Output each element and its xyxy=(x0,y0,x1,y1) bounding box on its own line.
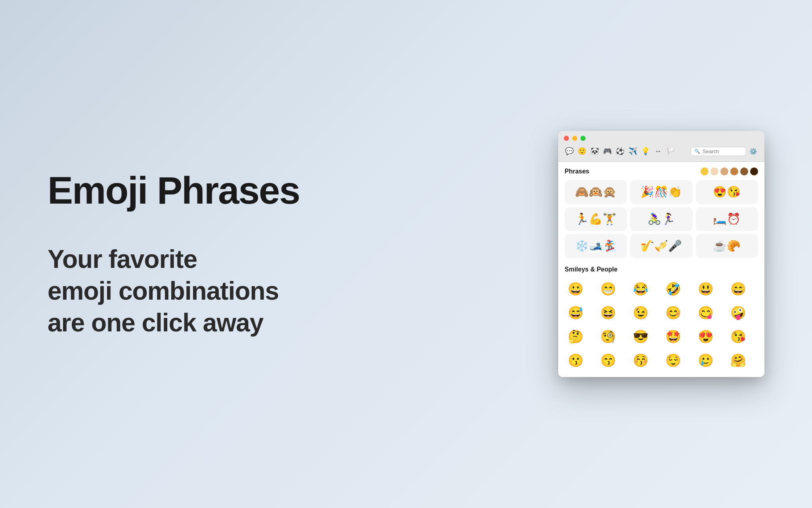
emoji-cell[interactable]: 🤗 xyxy=(727,349,749,371)
main-title: Emoji Phrases xyxy=(48,169,558,212)
smileys-section: Smileys & People 😀 😁 😂 🤣 😃 😄 😅 😆 😉 😊 😋 🤪… xyxy=(565,266,758,371)
emoji-cell[interactable]: 😚 xyxy=(630,349,652,371)
skin-tone-medium-dark[interactable] xyxy=(740,167,748,175)
phrase-item[interactable]: 🏃💪🏋️ xyxy=(565,207,627,231)
emoji-cell[interactable]: 😗 xyxy=(565,349,587,371)
phrase-item[interactable]: ☕🥐 xyxy=(696,234,758,258)
phrase-item[interactable]: 🚴‍♀️🏃‍♀️ xyxy=(630,207,692,231)
phrases-header: Phrases xyxy=(565,167,758,175)
emoji-cell[interactable]: 🥲 xyxy=(695,349,717,371)
skin-tone-light[interactable] xyxy=(710,167,718,175)
emoji-cell[interactable]: 😎 xyxy=(630,325,652,348)
emoji-cell[interactable]: 😃 xyxy=(695,278,717,300)
emoji-cell[interactable]: 🤩 xyxy=(662,325,684,348)
skin-tone-medium-light[interactable] xyxy=(720,167,728,175)
search-box[interactable]: 🔍 xyxy=(691,147,746,156)
minimize-button[interactable] xyxy=(572,136,577,141)
skin-tones xyxy=(701,167,758,175)
emoji-cell[interactable]: 😙 xyxy=(597,349,619,371)
emoji-cell[interactable]: 😋 xyxy=(695,302,717,324)
window-content: Phrases 🙈🙉🙊 🎉🎊👏 😍😘 🏃💪🏋️ 🚴‍♀️🏃‍♀️ 🛏️⏰ xyxy=(558,162,764,377)
toolbar: 💬 🙂 🐼 🎮 ⚽ ✈️ 💡 ↔️ 🏳️ 🔍 ⚙️ xyxy=(564,144,759,158)
emoji-cell[interactable]: 😂 xyxy=(630,278,652,300)
phrases-title: Phrases xyxy=(565,168,589,175)
emoji-cell[interactable]: 🤔 xyxy=(565,325,587,348)
skin-tone-dark[interactable] xyxy=(750,167,758,175)
emoji-cell[interactable]: 😘 xyxy=(727,325,749,348)
emoji-cell[interactable]: 😀 xyxy=(565,278,587,300)
game-icon[interactable]: 🎮 xyxy=(602,146,613,157)
emoji-cell[interactable]: 😉 xyxy=(630,302,652,324)
gear-button[interactable]: ⚙️ xyxy=(748,146,759,157)
subtitle: Your favorite emoji combinations are one… xyxy=(48,243,558,339)
emoji-cell[interactable]: 🧐 xyxy=(597,325,619,348)
close-button[interactable] xyxy=(564,136,569,141)
emoji-cell[interactable]: 😍 xyxy=(695,325,717,348)
emoji-cell[interactable]: 😆 xyxy=(597,302,619,324)
plane-icon[interactable]: ✈️ xyxy=(627,146,638,157)
smileys-title: Smileys & People xyxy=(565,266,758,273)
phrases-grid: 🙈🙉🙊 🎉🎊👏 😍😘 🏃💪🏋️ 🚴‍♀️🏃‍♀️ 🛏️⏰ ❄️🎿🏂 🎷🎺🎤 ☕🥐 xyxy=(565,180,758,258)
phrase-item[interactable]: 🛏️⏰ xyxy=(696,207,758,231)
maximize-button[interactable] xyxy=(580,136,586,141)
search-icon: 🔍 xyxy=(694,148,700,154)
phrase-item[interactable]: 🎉🎊👏 xyxy=(630,180,692,204)
emoji-cell[interactable]: 😄 xyxy=(727,278,749,300)
subtitle-line2: emoji combinations xyxy=(48,277,279,305)
emoji-cell[interactable]: 😌 xyxy=(662,349,684,371)
emoji-cell[interactable]: 😊 xyxy=(662,302,684,324)
phrase-item[interactable]: 🙈🙉🙊 xyxy=(565,180,627,204)
arrows-icon[interactable]: ↔️ xyxy=(653,146,664,157)
bulb-icon[interactable]: 💡 xyxy=(640,146,651,157)
subtitle-line3: are one click away xyxy=(48,308,263,337)
panda-icon[interactable]: 🐼 xyxy=(589,146,600,157)
emoji-cell[interactable]: 😁 xyxy=(597,278,619,300)
skin-tone-medium[interactable] xyxy=(730,167,738,175)
soccer-icon[interactable]: ⚽ xyxy=(615,146,626,157)
emoji-cell[interactable]: 😅 xyxy=(565,302,587,324)
mac-window: 💬 🙂 🐼 🎮 ⚽ ✈️ 💡 ↔️ 🏳️ 🔍 ⚙️ P xyxy=(558,131,764,377)
flag-icon[interactable]: 🏳️ xyxy=(665,146,676,157)
window-titlebar: 💬 🙂 🐼 🎮 ⚽ ✈️ 💡 ↔️ 🏳️ 🔍 ⚙️ xyxy=(558,131,764,162)
phrase-item[interactable]: 😍😘 xyxy=(696,180,758,204)
phrase-item[interactable]: ❄️🎿🏂 xyxy=(565,234,627,258)
left-section: Emoji Phrases Your favorite emoji combin… xyxy=(0,169,558,339)
emoji-cell[interactable]: 🤣 xyxy=(662,278,684,300)
right-section: 💬 🙂 🐼 🎮 ⚽ ✈️ 💡 ↔️ 🏳️ 🔍 ⚙️ P xyxy=(558,131,812,377)
phrase-item[interactable]: 🎷🎺🎤 xyxy=(630,234,692,258)
speech-bubble-icon[interactable]: 💬 xyxy=(564,146,575,157)
emoji-grid: 😀 😁 😂 🤣 😃 😄 😅 😆 😉 😊 😋 🤪 🤔 🧐 😎 🤩 xyxy=(565,278,758,371)
traffic-lights xyxy=(564,136,759,141)
search-input[interactable] xyxy=(703,148,743,154)
smiley-icon[interactable]: 🙂 xyxy=(576,146,588,157)
subtitle-line1: Your favorite xyxy=(48,245,197,273)
emoji-cell[interactable]: 🤪 xyxy=(727,302,749,324)
skin-tone-default[interactable] xyxy=(701,167,709,175)
